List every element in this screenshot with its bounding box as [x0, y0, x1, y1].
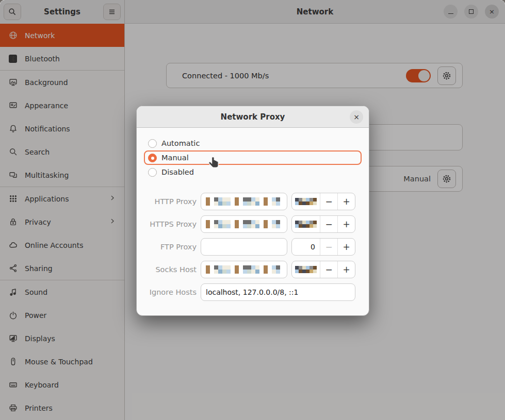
redacted-pixelated-value	[295, 221, 317, 228]
https-proxy-input[interactable]	[201, 215, 287, 233]
field-label-ignore-hosts: Ignore Hosts	[145, 288, 197, 296]
radio-label: Manual	[161, 154, 189, 162]
increment-button[interactable]: +	[338, 261, 355, 278]
decrement-button[interactable]: −	[320, 239, 337, 255]
port-value[interactable]	[292, 216, 320, 232]
port-value[interactable]: 0	[292, 239, 320, 255]
redacted-pixelated-value	[206, 197, 280, 206]
field-label-socks-host: Socks Host	[145, 265, 197, 274]
field-label-ftp-proxy: FTP Proxy	[145, 243, 197, 251]
settings-window: Settings Network × NetworkBluetoothBackg…	[0, 0, 505, 420]
close-icon: ×	[353, 113, 360, 121]
redacted-pixelated-value	[206, 220, 280, 228]
decrement-button[interactable]: −	[320, 216, 337, 232]
radio-label: Automatic	[161, 139, 200, 147]
socks-host-input[interactable]	[201, 261, 287, 278]
proxy-mode-disabled[interactable]: Disabled	[144, 165, 362, 179]
field-label-http-proxy: HTTP Proxy	[145, 197, 197, 206]
increment-button[interactable]: +	[338, 216, 355, 232]
http-proxy-port-spinner: −+	[291, 193, 355, 210]
decrement-button[interactable]: −	[320, 193, 337, 210]
increment-button[interactable]: +	[338, 193, 355, 210]
dialog-title: Network Proxy	[221, 112, 285, 122]
proxy-mode-options: AutomaticManualDisabled	[144, 136, 362, 179]
port-value[interactable]	[292, 193, 320, 210]
radio-label: Disabled	[161, 168, 194, 176]
dialog-header: Network Proxy ×	[137, 106, 369, 128]
ignore-hosts-input[interactable]: localhost, 127.0.0.0/8, ::1	[201, 283, 355, 301]
socks-host-port-spinner: −+	[291, 261, 355, 278]
mouse-cursor	[208, 156, 220, 172]
redacted-pixelated-value	[295, 198, 317, 205]
http-proxy-input[interactable]	[201, 193, 287, 210]
ftp-proxy-input[interactable]	[201, 238, 287, 256]
radio-unchecked-icon[interactable]	[148, 139, 157, 148]
proxy-mode-manual[interactable]: Manual	[144, 150, 362, 165]
radio-unchecked-icon[interactable]	[148, 168, 157, 177]
input-value: localhost, 127.0.0.0/8, ::1	[206, 288, 298, 296]
redacted-pixelated-value	[206, 265, 280, 274]
radio-checked-icon[interactable]	[148, 154, 157, 162]
increment-button[interactable]: +	[338, 239, 355, 255]
ftp-proxy-port-spinner: 0−+	[291, 238, 355, 256]
dialog-close-button[interactable]: ×	[350, 110, 363, 124]
https-proxy-port-spinner: −+	[291, 215, 355, 233]
redacted-pixelated-value	[295, 266, 317, 273]
network-proxy-dialog: Network Proxy × AutomaticManualDisabled …	[136, 106, 369, 316]
dialog-body: AutomaticManualDisabled HTTP Proxy−+HTTP…	[137, 128, 369, 309]
proxy-mode-automatic[interactable]: Automatic	[144, 136, 362, 150]
field-label-https-proxy: HTTPS Proxy	[145, 220, 197, 228]
proxy-fields: HTTP Proxy−+HTTPS Proxy−+FTP Proxy0−+Soc…	[144, 193, 362, 301]
port-value[interactable]	[292, 261, 320, 278]
decrement-button[interactable]: −	[320, 261, 337, 278]
